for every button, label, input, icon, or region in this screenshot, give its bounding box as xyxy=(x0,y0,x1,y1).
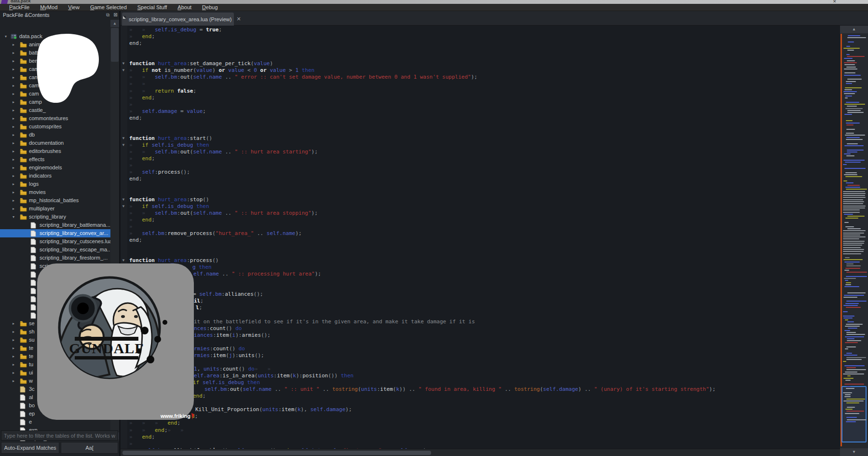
chevron-right-icon[interactable]: ▸ xyxy=(11,49,16,57)
case-sensitive-button[interactable]: Aa[ xyxy=(61,442,118,454)
chevron-right-icon[interactable]: ▸ xyxy=(11,344,16,352)
menu-packfile[interactable]: PackFile xyxy=(4,4,35,11)
tree-item-effects[interactable]: ▸effects xyxy=(0,155,119,164)
tree-item-castle_[interactable]: ▸castle_ xyxy=(0,106,119,114)
code-line[interactable]: » xyxy=(129,162,142,169)
code-line[interactable]: if self.is_debug then xyxy=(193,379,260,386)
code-line[interactable]: » xyxy=(129,441,142,447)
editor-horizontal-scrollbar[interactable] xyxy=(121,449,840,456)
tree-item-movies[interactable]: ▸movies xyxy=(0,188,119,196)
chevron-right-icon[interactable]: ▸ xyxy=(11,205,16,213)
code-line[interactable]: » end; xyxy=(129,434,155,441)
chevron-right-icon[interactable]: ▸ xyxy=(11,41,16,49)
tree-filter-input[interactable] xyxy=(1,430,118,441)
code-editor[interactable]: » » self.is_debug = true;» end;end;funct… xyxy=(121,26,840,449)
chevron-right-icon[interactable]: ▸ xyxy=(11,139,16,147)
code-line[interactable]: end; xyxy=(129,40,142,47)
chevron-right-icon[interactable]: ▸ xyxy=(11,352,16,360)
chevron-right-icon[interactable]: ▸ xyxy=(11,114,16,123)
chevron-right-icon[interactable]: ▸ xyxy=(11,106,16,114)
code-line[interactable]: » » self.bm:out(self.name .. " :: hurt a… xyxy=(129,210,318,217)
chevron-right-icon[interactable]: ▸ xyxy=(11,65,16,73)
tree-item-scripting_library_battlemana-[interactable]: scripting_library_battlemana... xyxy=(0,221,119,229)
tree-item-logs[interactable]: ▸logs xyxy=(0,180,119,188)
fold-marker-icon[interactable]: ▼ xyxy=(122,258,125,263)
code-line[interactable]: rmies:item(j):units(); xyxy=(194,352,264,359)
code-line[interactable]: l; xyxy=(196,304,202,311)
code-line[interactable]: » xyxy=(129,223,142,230)
minimap-up-icon[interactable]: ▲ xyxy=(840,26,868,33)
chevron-right-icon[interactable]: ▸ xyxy=(11,164,16,172)
code-line[interactable]: » » » end; xyxy=(129,420,180,427)
code-line[interactable]: function hurt_area:process() xyxy=(129,257,218,264)
code-line[interactable]: » if self.is_debug then xyxy=(129,142,209,149)
chevron-right-icon[interactable]: ▸ xyxy=(11,319,16,328)
code-line[interactable]: » xyxy=(129,101,142,108)
code-line[interactable]: » » xyxy=(129,81,155,87)
tab-scripting-library-convex-area[interactable]: scripting_library_convex_area.lua (Previ… xyxy=(122,13,234,26)
chevron-right-icon[interactable]: ▸ xyxy=(11,82,16,90)
tree-item-scripting_library_escape_ma-[interactable]: scripting_library_escape_ma... xyxy=(0,246,119,254)
chevron-right-icon[interactable]: ▸ xyxy=(11,188,16,196)
menu-debug[interactable]: Debug xyxy=(197,4,223,11)
minimap-scrollbar[interactable]: ▲ ▼ xyxy=(840,26,868,456)
menu-about[interactable]: About xyxy=(172,4,197,11)
chevron-right-icon[interactable]: ▸ xyxy=(11,147,16,155)
chevron-right-icon[interactable]: ▸ xyxy=(11,377,16,385)
code-line[interactable]: it on the battlefield to see if it's in … xyxy=(194,318,475,325)
tree-item-mp_historical_battles[interactable]: ▸mp_historical_battles xyxy=(0,196,119,205)
scroll-up-icon[interactable]: ▲ xyxy=(110,20,119,27)
chevron-down-icon[interactable]: ▾ xyxy=(3,32,9,41)
tree-item-commontextures[interactable]: ▸commontextures xyxy=(0,114,119,123)
chevron-right-icon[interactable]: ▸ xyxy=(11,180,16,188)
code-line[interactable]: » » self.bm:out(self.name .. " :: hurt a… xyxy=(129,149,318,155)
fold-marker-icon[interactable]: ▼ xyxy=(122,68,125,72)
menu-view[interactable]: View xyxy=(63,4,85,11)
code-line[interactable]: » » self.bm:out(self.name .. " error :: … xyxy=(129,74,477,81)
chevron-right-icon[interactable]: ▸ xyxy=(11,155,16,164)
fold-marker-icon[interactable]: ▼ xyxy=(122,197,125,202)
menu-special-stuff[interactable]: Special Stuff xyxy=(132,4,173,11)
code-line[interactable]: » self:process(); xyxy=(129,169,190,176)
chevron-right-icon[interactable]: ▸ xyxy=(11,98,16,106)
chevron-right-icon[interactable]: ▸ xyxy=(11,328,16,336)
chevron-right-icon[interactable]: ▸ xyxy=(11,336,16,344)
tree-scrollbar-thumb[interactable] xyxy=(111,28,119,62)
chevron-down-icon[interactable]: ▾ xyxy=(11,213,16,221)
code-line[interactable]: function hurt_area:stop() xyxy=(129,196,209,203)
tree-item-scripting_library_firestorm_-[interactable]: scripting_library_firestorm_... xyxy=(0,254,119,262)
menu-game-selected[interactable]: Game Selected xyxy=(85,4,132,11)
code-line[interactable]: » if not is_number(value) or value < 0 o… xyxy=(129,67,314,74)
tree-item-enginemodels[interactable]: ▸enginemodels xyxy=(0,164,119,172)
code-line[interactable]: » self.bm:remove_process("hurt_area_" ..… xyxy=(129,230,302,237)
code-line[interactable]: » end; xyxy=(129,33,155,40)
tab-close-icon[interactable]: ✕ xyxy=(236,16,241,22)
chevron-right-icon[interactable]: ▸ xyxy=(11,90,16,98)
code-line[interactable]: » end; xyxy=(129,95,155,101)
chevron-right-icon[interactable]: ▸ xyxy=(11,123,16,131)
code-line[interactable]: self.bm:out(self.name .. " :: unit " .. … xyxy=(204,386,716,393)
chevron-right-icon[interactable]: ▸ xyxy=(11,360,16,369)
code-line[interactable]: il; xyxy=(194,298,203,304)
dock-float-icon[interactable]: ⧉ xyxy=(105,12,111,18)
code-line[interactable]: nces:count() do xyxy=(194,325,242,332)
code-line[interactable]: » self.damage = value; xyxy=(129,108,206,115)
code-line[interactable]: end; xyxy=(129,237,142,244)
code-line[interactable]: end; xyxy=(193,393,206,400)
tree-item-scripting_library_cutscenes-lua[interactable]: scripting_library_cutscenes.lua xyxy=(0,237,119,246)
fold-marker-icon[interactable]: ▼ xyxy=(122,136,125,140)
window-close-icon[interactable]: ✕ xyxy=(833,0,837,4)
code-line[interactable]: » » end;» » xyxy=(129,427,193,434)
auto-expand-matches-button[interactable]: Auto-Expand Matches xyxy=(1,442,59,454)
fold-marker-icon[interactable]: ▼ xyxy=(122,61,125,66)
code-line[interactable]: function hurt_area:set_damage_per_tick(v… xyxy=(129,60,273,67)
code-line[interactable]: = self.bm:alliances(); xyxy=(193,291,263,298)
chevron-right-icon[interactable]: ▸ xyxy=(11,73,16,82)
code-line[interactable]: » » return false; xyxy=(129,88,196,95)
code-line[interactable]: end; xyxy=(129,176,142,182)
fold-marker-icon[interactable]: ▼ xyxy=(122,143,125,147)
chevron-right-icon[interactable]: ▸ xyxy=(11,196,16,205)
minimap-down-icon[interactable]: ▼ xyxy=(840,448,868,456)
code-line[interactable]: rmies:count() do xyxy=(194,345,245,352)
tree-item-customsprites[interactable]: ▸customsprites xyxy=(0,123,119,131)
